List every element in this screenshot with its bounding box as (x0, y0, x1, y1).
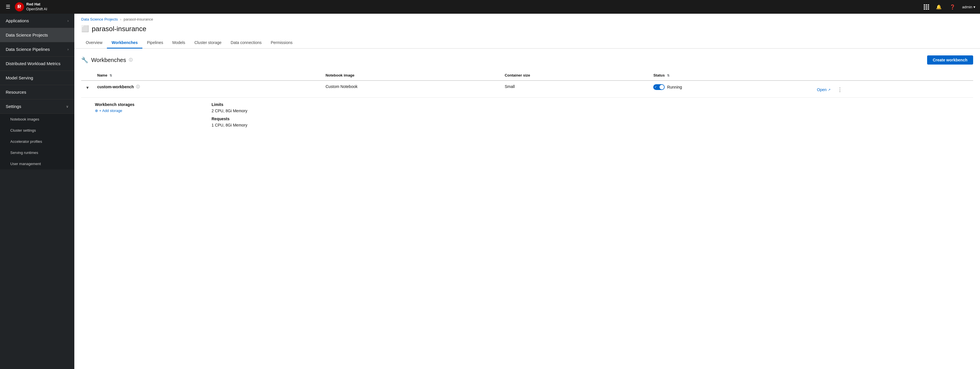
main-content: Data Science Projects › parasol-insuranc… (74, 14, 980, 369)
page-header: ⬜ parasol-insurance (74, 22, 980, 33)
col-container-size: Container size (501, 70, 650, 81)
settings-submenu: Notebook images Cluster settings Acceler… (0, 114, 74, 169)
col-actions (813, 70, 973, 81)
admin-chevron-icon: ▾ (974, 5, 975, 9)
page-title: parasol-insurance (92, 25, 146, 33)
sidebar-item-settings[interactable]: Settings ∨ (0, 100, 74, 114)
tabs-bar: Overview Workbenches Pipelines Models Cl… (74, 37, 980, 49)
admin-label: admin (962, 5, 972, 9)
submenu-item-label: Serving runtimes (10, 150, 38, 155)
col-status: Status ⇅ (650, 70, 813, 81)
sidebar-item-resources[interactable]: Resources (0, 85, 74, 100)
expanded-details-row: Workbench storages ⊕ + Add storage Limit… (81, 98, 973, 136)
toggle-check-icon: ✓ (654, 85, 657, 89)
status-toggle[interactable]: ✓ (653, 84, 665, 90)
table-header-row: Name ⇅ Notebook image Container size Sta… (81, 70, 973, 81)
sidebar-item-notebook-images[interactable]: Notebook images (0, 114, 74, 125)
col-notebook-image: Notebook image (322, 70, 501, 81)
expanded-details-cell: Workbench storages ⊕ + Add storage Limit… (81, 98, 973, 136)
requests-title: Requests (212, 117, 324, 121)
expand-cell: ▾ (81, 81, 94, 98)
topbar-left: ☰ Red Hat OpenShift AI (5, 2, 47, 12)
chevron-right-icon: › (67, 48, 68, 51)
chevron-down-icon: ∨ (66, 105, 68, 109)
status-toggle-group: ✓ Running (653, 84, 682, 90)
tab-models[interactable]: Models (168, 37, 190, 49)
workbenches-table: Name ⇅ Notebook image Container size Sta… (81, 70, 973, 135)
status-sort-icon[interactable]: ⇅ (667, 74, 670, 77)
page-title-icon: ⬜ (81, 25, 89, 33)
tab-permissions[interactable]: Permissions (266, 37, 297, 49)
open-link-label: Open (817, 87, 826, 92)
add-storage-label: + Add storage (99, 109, 123, 113)
help-button[interactable]: ❓ (948, 3, 956, 11)
submenu-item-label: Accelerator profiles (10, 139, 42, 144)
section-title-group: 🔧 Workbenches ⓘ (81, 57, 133, 63)
tab-workbenches[interactable]: Workbenches (107, 37, 142, 49)
status-cell: ✓ Running (650, 81, 813, 98)
breadcrumb-current: parasol-insurance (124, 17, 153, 21)
col-status-label: Status (653, 73, 665, 78)
sidebar-item-label: Resources (6, 90, 26, 95)
sidebar-item-distributed-workload-metrics[interactable]: Distributed Workload Metrics (0, 57, 74, 71)
container-size-cell: Small (501, 81, 650, 98)
sidebar-item-label: Model Serving (6, 75, 33, 80)
col-name: Name ⇅ (94, 70, 322, 81)
sidebar-item-label: Applications (6, 18, 29, 23)
submenu-item-label: User management (10, 162, 41, 166)
open-workbench-link[interactable]: Open ↗ (817, 87, 830, 92)
limits-title: Limits (212, 102, 324, 107)
sidebar-item-label: Data Science Projects (6, 33, 48, 37)
sidebar-item-serving-runtimes[interactable]: Serving runtimes (0, 147, 74, 158)
tab-data-connections[interactable]: Data connections (226, 37, 266, 49)
breadcrumb-separator: › (120, 17, 121, 21)
sidebar-item-accelerator-profiles[interactable]: Accelerator profiles (0, 136, 74, 147)
create-workbench-button[interactable]: Create workbench (927, 55, 973, 65)
limits-section: Limits 2 CPU, 8Gi Memory Requests 1 CPU,… (212, 102, 324, 128)
submenu-item-label: Cluster settings (10, 128, 36, 133)
submenu-item-label: Notebook images (10, 117, 39, 121)
breadcrumb-parent-link[interactable]: Data Science Projects (81, 17, 118, 21)
requests-value: 1 CPU, 8Gi Memory (212, 123, 324, 127)
notebook-image-cell: Custom Notebook (322, 81, 501, 98)
sort-icon[interactable]: ⇅ (110, 74, 112, 77)
sidebar-item-label: Distributed Workload Metrics (6, 61, 60, 66)
brand-text: Red Hat OpenShift AI (26, 2, 47, 12)
apps-grid-icon[interactable] (924, 4, 929, 10)
col-expand (81, 70, 94, 81)
redhat-logo-icon (15, 2, 24, 11)
sidebar-item-model-serving[interactable]: Model Serving (0, 71, 74, 85)
external-link-icon: ↗ (828, 88, 830, 92)
breadcrumb: Data Science Projects › parasol-insuranc… (74, 14, 980, 22)
sidebar-item-label: Data Science Pipelines (6, 47, 50, 52)
topbar-right: 🔔 ❓ admin ▾ (924, 3, 975, 11)
name-cell: custom-workbench ⓘ (94, 81, 322, 98)
kebab-menu-button[interactable]: ⋮ (835, 86, 845, 94)
topbar: ☰ Red Hat OpenShift AI 🔔 ❓ admin ▾ (0, 0, 980, 14)
sidebar-item-applications[interactable]: Applications › (0, 14, 74, 28)
help-tooltip-icon[interactable]: ⓘ (129, 57, 133, 63)
table-row: ▾ custom-workbench ⓘ Custom Notebook Sma… (81, 81, 973, 98)
sidebar-item-data-science-pipelines[interactable]: Data Science Pipelines › (0, 42, 74, 57)
sidebar-item-cluster-settings[interactable]: Cluster settings (0, 125, 74, 136)
expand-row-button[interactable]: ▾ (84, 84, 90, 91)
user-menu-button[interactable]: admin ▾ (962, 5, 975, 9)
workbench-help-icon[interactable]: ⓘ (136, 84, 140, 89)
storage-section-title: Workbench storages (95, 102, 207, 107)
toggle-thumb (660, 85, 664, 89)
sidebar-item-data-science-projects[interactable]: Data Science Projects (0, 28, 74, 42)
tab-overview[interactable]: Overview (81, 37, 107, 49)
tab-cluster-storage[interactable]: Cluster storage (190, 37, 226, 49)
add-storage-icon: ⊕ (95, 109, 98, 113)
section-header: 🔧 Workbenches ⓘ Create workbench (81, 55, 973, 65)
tab-pipelines[interactable]: Pipelines (142, 37, 168, 49)
notifications-button[interactable]: 🔔 (935, 3, 943, 11)
actions-cell: Open ↗ ⋮ (813, 81, 973, 97)
sidebar-item-user-management[interactable]: User management (0, 158, 74, 169)
workbench-name: custom-workbench (97, 84, 134, 89)
sidebar: Applications › Data Science Projects Dat… (0, 14, 74, 369)
add-storage-link[interactable]: ⊕ + Add storage (95, 109, 207, 113)
app-layout: Applications › Data Science Projects Dat… (0, 14, 980, 369)
hamburger-button[interactable]: ☰ (5, 3, 11, 11)
workbenches-content: 🔧 Workbenches ⓘ Create workbench Name ⇅ … (74, 49, 980, 369)
